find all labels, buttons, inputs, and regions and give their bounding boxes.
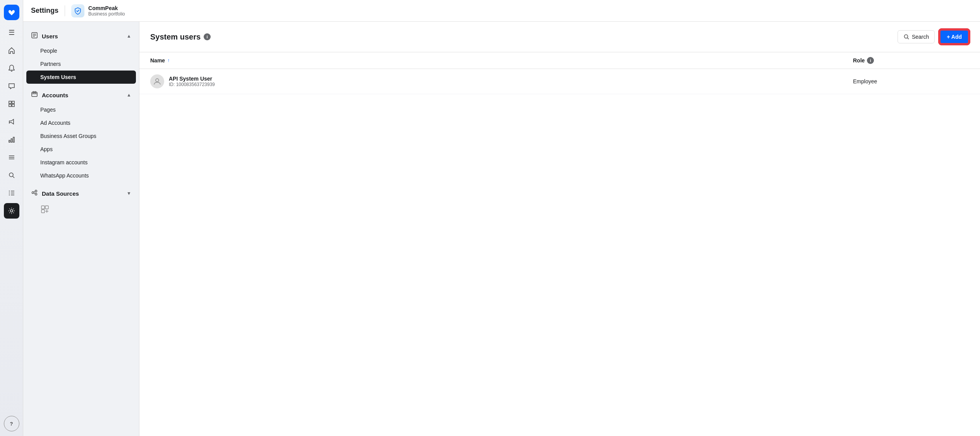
home-icon[interactable]	[4, 43, 19, 58]
sidebar-item-business-asset-groups[interactable]: Business Asset Groups	[23, 129, 139, 143]
search-button[interactable]: Search	[898, 30, 935, 43]
sort-icon[interactable]: ↑	[167, 58, 170, 63]
sidebar-section-accounts-title: Accounts	[42, 92, 68, 98]
sidebar-item-whatsapp-accounts[interactable]: WhatsApp Accounts	[23, 169, 139, 182]
sidebar-item-ad-accounts[interactable]: Ad Accounts	[23, 116, 139, 129]
chat-icon[interactable]	[4, 78, 19, 94]
add-button-label: + Add	[947, 34, 962, 40]
svg-rect-0	[9, 101, 11, 103]
svg-line-29	[34, 191, 35, 192]
brand-section: CommPeak Business portfolio	[71, 4, 125, 17]
sidebar-item-apps[interactable]: Apps	[23, 143, 139, 156]
avatar	[150, 74, 164, 88]
accounts-chevron-icon: ▲	[127, 92, 131, 98]
column-name: Name ↑	[150, 57, 853, 64]
user-info: API System User ID: 100083563723939	[150, 74, 853, 88]
settings-nav-icon[interactable]	[4, 203, 19, 219]
sidebar-section-users: Users ▲ People Partners System Users	[23, 28, 139, 84]
notification-icon[interactable]	[4, 60, 19, 76]
svg-line-11	[13, 176, 14, 178]
svg-point-28	[35, 193, 37, 195]
brand-name: CommPeak	[88, 5, 125, 11]
data-sources-sub-icon	[23, 202, 139, 219]
sidebar-item-instagram-accounts[interactable]: Instagram accounts	[23, 156, 139, 169]
svg-rect-5	[11, 139, 12, 142]
svg-rect-3	[12, 104, 14, 107]
svg-point-36	[904, 35, 908, 38]
accounts-section-icon	[31, 91, 38, 99]
table-header: Name ↑ Role i	[139, 52, 980, 69]
sidebar-section-users-title: Users	[42, 33, 58, 40]
list-nav-icon[interactable]	[4, 185, 19, 201]
column-role: Role i	[853, 57, 969, 64]
sidebar-section-accounts: Accounts ▲ Pages Ad Accounts Business As…	[23, 87, 139, 182]
sidebar-section-users-header[interactable]: Users ▲	[23, 28, 139, 44]
data-sources-section-icon	[31, 189, 38, 198]
sidebar-section-data-sources: Data Sources ▼	[23, 185, 139, 219]
svg-rect-23	[32, 92, 37, 97]
svg-rect-1	[12, 101, 14, 103]
search-button-label: Search	[912, 34, 929, 40]
meta-logo-icon[interactable]	[4, 5, 19, 20]
sidebar-item-system-users[interactable]: System Users	[26, 71, 136, 84]
icon-bar: ☰ ?	[0, 0, 23, 436]
brand-type: Business portfolio	[88, 11, 125, 17]
data-sources-chevron-icon: ▼	[127, 191, 131, 196]
top-bar-divider	[65, 5, 65, 16]
brand-logo	[71, 4, 84, 17]
main-title-info-icon[interactable]: i	[204, 33, 211, 40]
header-actions: Search + Add	[898, 29, 969, 44]
page-title: Settings	[31, 7, 58, 15]
top-bar: Settings CommPeak Business portfolio	[23, 0, 980, 22]
svg-line-37	[907, 38, 909, 40]
menu-icon[interactable]: ☰	[4, 25, 19, 40]
column-name-label: Name	[150, 57, 165, 64]
user-id: ID: 100083563723939	[169, 82, 215, 87]
svg-rect-33	[41, 210, 45, 213]
main-title: System users	[150, 33, 201, 41]
sidebar: Users ▲ People Partners System Users Acc…	[23, 22, 139, 436]
user-name: API System User	[169, 76, 215, 82]
table-row[interactable]: API System User ID: 100083563723939 Empl…	[139, 69, 980, 94]
sidebar-item-partners[interactable]: Partners	[23, 57, 139, 71]
add-button[interactable]: + Add	[939, 29, 969, 44]
help-icon[interactable]: ?	[4, 416, 19, 431]
user-details: API System User ID: 100083563723939	[169, 76, 215, 87]
svg-line-30	[34, 193, 35, 194]
users-chevron-icon: ▲	[127, 33, 131, 39]
grid-icon[interactable]	[4, 96, 19, 112]
svg-point-38	[156, 79, 159, 82]
svg-point-26	[32, 192, 34, 194]
search-nav-icon[interactable]	[4, 167, 19, 183]
user-role: Employee	[853, 78, 969, 84]
svg-rect-6	[13, 137, 14, 142]
chart-icon[interactable]	[4, 132, 19, 147]
main-content: System users i Search + Add Name	[139, 22, 980, 436]
svg-point-18	[10, 210, 13, 212]
svg-point-10	[9, 173, 13, 177]
svg-rect-31	[41, 206, 45, 209]
users-section-icon	[31, 32, 38, 40]
svg-rect-32	[45, 206, 48, 209]
sidebar-item-people[interactable]: People	[23, 44, 139, 57]
main-title-row: System users i	[150, 33, 211, 41]
main-header: System users i Search + Add	[139, 22, 980, 52]
table-container: Name ↑ Role i API System User	[139, 52, 980, 94]
column-role-info-icon[interactable]: i	[867, 57, 874, 64]
sidebar-item-pages[interactable]: Pages	[23, 103, 139, 116]
megaphone-icon[interactable]	[4, 114, 19, 129]
sidebar-section-accounts-header[interactable]: Accounts ▲	[23, 87, 139, 103]
sidebar-section-data-sources-title: Data Sources	[42, 190, 79, 197]
column-role-label: Role	[853, 57, 865, 64]
svg-rect-4	[9, 140, 10, 142]
svg-point-27	[35, 190, 37, 192]
sidebar-section-data-sources-header[interactable]: Data Sources ▼	[23, 185, 139, 202]
lines-icon[interactable]	[4, 150, 19, 165]
svg-rect-2	[9, 104, 11, 107]
brand-info: CommPeak Business portfolio	[88, 5, 125, 17]
